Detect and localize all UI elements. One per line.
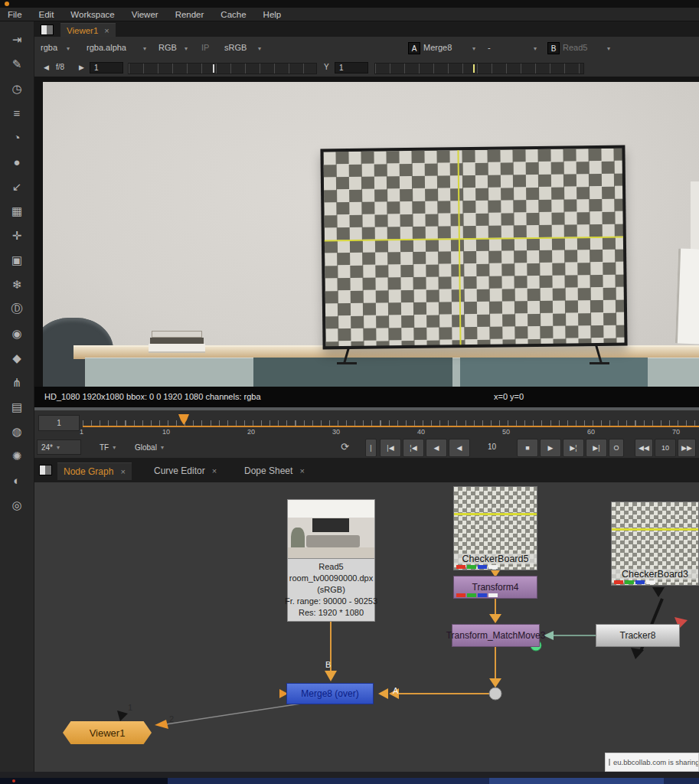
dot-node[interactable]	[489, 688, 501, 700]
dock-tab-bar: Node Graph × Curve Editor × Dope Sheet ×	[34, 458, 699, 482]
chevron-down-icon[interactable]: ▾	[185, 45, 188, 52]
prev-fstop-button[interactable]: ◀	[44, 64, 49, 71]
chevron-down-icon[interactable]: ▾	[67, 45, 70, 52]
node-transform4[interactable]: Transform4	[453, 576, 537, 599]
gizmo-icon[interactable]: ◎	[7, 496, 27, 514]
step-back-button[interactable]: ◀	[426, 439, 447, 457]
display-channels-select[interactable]: RGB	[158, 43, 177, 52]
tab-dope-sheet[interactable]: Dope Sheet ×	[238, 462, 311, 479]
wipe-mode-select[interactable]: -	[488, 43, 491, 52]
increment-button[interactable]: ▶▶	[678, 439, 696, 457]
keyer-icon[interactable]: ↙	[7, 178, 27, 195]
node-tracker8[interactable]: Tracker8	[596, 624, 680, 647]
node-transform-matchmove3[interactable]: Transform_MatchMove3	[452, 624, 540, 647]
layer-select[interactable]: rgba	[41, 43, 57, 52]
chevron-down-icon[interactable]: ▾	[607, 45, 610, 52]
tab-viewer1[interactable]: Viewer1 ×	[60, 23, 116, 38]
tab-close-icon[interactable]: ×	[104, 26, 109, 35]
menu-help[interactable]: Help	[263, 10, 282, 19]
input-process-button[interactable]: IP	[201, 43, 209, 52]
gamma-slider[interactable]	[374, 63, 584, 74]
transform-icon[interactable]: ✛	[7, 227, 27, 244]
gain-slider[interactable]	[128, 63, 317, 74]
draw-icon[interactable]: ✎	[7, 55, 27, 73]
node-checkerboard5[interactable]: CheckerBoard5	[453, 486, 537, 570]
node-read5[interactable]: Read5 room_tv00090000.dpx (sRGB) Fr. ran…	[287, 499, 375, 622]
menu-file[interactable]: File	[8, 10, 22, 19]
filter-icon[interactable]: ●	[7, 153, 27, 171]
frame-range-button[interactable]: O	[609, 439, 624, 457]
menu-workspace[interactable]: Workspace	[70, 10, 114, 19]
current-frame-field[interactable]: 1	[38, 415, 80, 431]
prev-keyframe-button[interactable]: ¦◀	[403, 439, 424, 457]
goto-end-button[interactable]: ▶|	[586, 439, 607, 457]
next-fstop-button[interactable]: ▶	[79, 64, 84, 71]
window-bottom-edge	[0, 772, 699, 778]
tab-node-graph[interactable]: Node Graph ×	[57, 462, 132, 480]
edge-merge8-viewer1[interactable]	[166, 704, 301, 724]
fps-select[interactable]: 24* ▾	[37, 439, 81, 455]
decrement-button[interactable]: ◀◀	[635, 439, 653, 457]
timeline-grip[interactable]	[34, 407, 699, 410]
views-icon[interactable]: ◉	[7, 325, 27, 342]
loop-mode-icon[interactable]: ⟳	[341, 441, 349, 452]
next-keyframe-button[interactable]: ▶¦	[563, 439, 584, 457]
tab-close-icon[interactable]: ×	[120, 467, 125, 476]
timeline-ruler[interactable]	[83, 413, 695, 426]
gain-slider-handle[interactable]	[213, 64, 214, 73]
merge-icon[interactable]: ▦	[7, 202, 27, 220]
node-graph[interactable]: Read5 room_tv00090000.dpx (sRGB) Fr. ran…	[34, 482, 699, 772]
alpha-layer-select[interactable]: rgba.alpha	[87, 43, 126, 52]
tab-curve-editor[interactable]: Curve Editor ×	[148, 462, 223, 479]
chevron-down-icon[interactable]: ▾	[143, 45, 146, 52]
gamma-slider-handle[interactable]	[473, 64, 475, 73]
viewer-lut-select[interactable]: sRGB	[224, 43, 247, 52]
particles-icon[interactable]: ❄	[7, 276, 27, 293]
ocio-icon[interactable]: ◐	[7, 472, 27, 489]
screen-share-notification[interactable]: eu.bbcollab.com is sharing	[605, 753, 699, 772]
node-viewer1[interactable]: Viewer1	[63, 721, 152, 744]
range-lock-button[interactable]: |	[365, 439, 377, 457]
toolsets-icon[interactable]: ⋔	[7, 374, 27, 391]
menu-viewer[interactable]: Viewer	[132, 10, 158, 19]
node-checkerboard3[interactable]: CheckerBoard3	[611, 501, 699, 586]
play-backward-button[interactable]: ◀	[449, 439, 470, 457]
time-icon[interactable]: ◷	[7, 80, 27, 97]
threed-icon[interactable]: ▣	[7, 251, 27, 269]
chevron-down-icon[interactable]: ▾	[258, 45, 261, 52]
tab-close-icon[interactable]: ×	[212, 466, 217, 475]
sparkles-icon[interactable]: ✺	[7, 447, 27, 465]
viewer-toolbar: rgba ▾ rgba.alpha ▾ RGB ▾ IP sRGB ▾ A Me…	[34, 37, 699, 60]
metadata-icon[interactable]: ◆	[7, 349, 27, 367]
tab-close-icon[interactable]: ×	[299, 466, 304, 475]
color-icon[interactable]: ◔	[7, 129, 27, 146]
stop-button[interactable]: ■	[517, 439, 538, 457]
b-input-badge: B	[547, 42, 560, 54]
menu-render[interactable]: Render	[175, 10, 204, 19]
other-icon[interactable]: ▤	[7, 398, 27, 416]
range-scope-select[interactable]: Global ▾	[131, 439, 168, 455]
increment-field[interactable]: 10	[655, 439, 676, 457]
menu-cache[interactable]: Cache	[220, 10, 246, 19]
image-icon[interactable]: ⇥	[7, 31, 27, 48]
gain-field[interactable]: 1	[90, 62, 123, 74]
goto-start-button[interactable]: |◀	[380, 439, 401, 457]
pane-split-icon[interactable]	[39, 465, 52, 475]
deep-icon[interactable]: Ⓓ	[7, 300, 27, 318]
gamma-field[interactable]: 1	[335, 62, 368, 74]
pane-split-icon[interactable]	[41, 24, 54, 35]
b-input-select[interactable]: Read5	[563, 43, 587, 52]
node-merge8[interactable]: Merge8 (over)	[286, 683, 374, 704]
a-input-select[interactable]: Merge8	[423, 43, 452, 52]
chevron-down-icon[interactable]: ▾	[534, 45, 537, 52]
play-button[interactable]: ▶	[540, 439, 561, 457]
furnace-icon[interactable]: ◍	[7, 423, 27, 440]
viewer-canvas[interactable]	[34, 77, 699, 387]
tick-label: 30	[332, 428, 340, 436]
menu-edit[interactable]: Edit	[39, 10, 54, 19]
tf-select[interactable]: TF ▾	[96, 439, 119, 455]
chevron-down-icon[interactable]: ▾	[472, 45, 475, 52]
channel-icon[interactable]: ≡	[7, 104, 27, 122]
tab-dope-sheet-label: Dope Sheet	[244, 466, 292, 476]
timeline-range-bar[interactable]	[83, 426, 699, 427]
